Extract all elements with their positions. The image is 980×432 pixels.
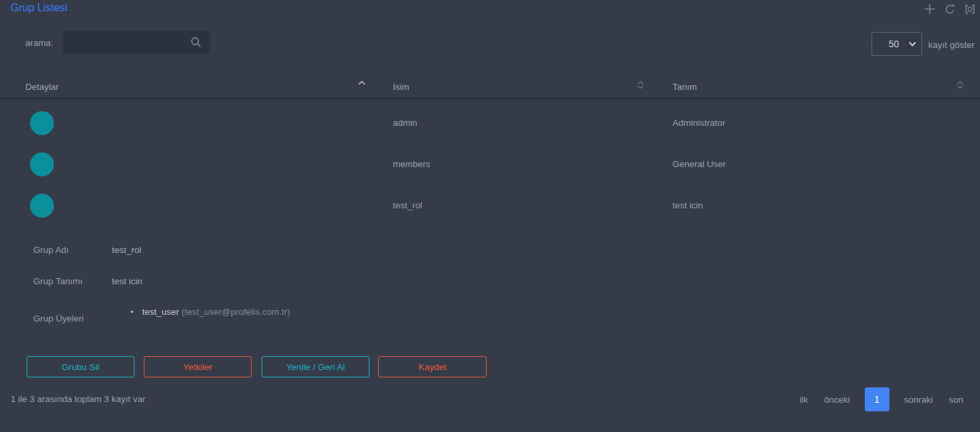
pagination: ilk önceki 1 sonraki son <box>792 387 971 411</box>
column-header-tanim[interactable]: Tanım <box>672 82 697 92</box>
table-row <box>30 194 54 218</box>
row-detail-toggle-icon[interactable] <box>30 111 54 135</box>
delete-group-button[interactable]: Grubu Sil <box>27 356 134 377</box>
refresh-undo-button[interactable]: Yenile / Geri Al <box>262 356 369 377</box>
column-header-detaylar[interactable]: Detaylar <box>25 82 59 92</box>
search-label: arama: <box>25 38 53 48</box>
permissions-button[interactable]: Yetkiler <box>144 356 252 377</box>
page-title: Grup Listesi <box>11 2 67 14</box>
group-name-label: Grup Adı <box>33 245 69 255</box>
refresh-icon[interactable] <box>943 3 956 15</box>
member-name: test_user <box>142 307 180 317</box>
pagination-prev[interactable]: önceki <box>816 395 858 405</box>
pagination-current-page[interactable]: 1 <box>865 387 889 411</box>
sort-asc-icon[interactable] <box>358 81 366 85</box>
cell-description: test icin <box>672 200 703 210</box>
group-member-item: • test_user (test_user@profelis.com.tr) <box>130 307 290 317</box>
group-description-value: test icin <box>112 276 142 286</box>
bullet-icon: • <box>130 307 134 317</box>
column-header-isim[interactable]: Isim <box>393 82 409 92</box>
cell-name: members <box>393 159 430 169</box>
group-members-label: Grup Üyeleri <box>33 314 84 324</box>
save-button[interactable]: Kaydet <box>378 356 487 377</box>
group-list-page: Grup Listesi arama: 50 kayıt göster Deta… <box>0 0 980 432</box>
page-size-label: kayıt göster <box>928 40 975 50</box>
page-size-value: 50 <box>872 39 909 49</box>
row-detail-toggle-icon[interactable] <box>30 194 54 218</box>
page-size-select[interactable]: 50 <box>871 32 922 56</box>
cell-description: Administrator <box>672 118 726 128</box>
table-row <box>30 111 54 135</box>
sort-both-icon[interactable] <box>957 81 963 89</box>
group-description-label: Grup Tanımı <box>33 276 83 286</box>
table-header-row: Detaylar Isim Tanım <box>0 73 980 99</box>
pagination-last[interactable]: son <box>941 395 971 405</box>
cell-name: admin <box>393 118 417 128</box>
cell-name: test_rol <box>393 200 422 210</box>
header-icon-toolbar <box>923 3 976 15</box>
record-count-info: 1 ile 3 arasında toplam 3 kayıt var <box>11 394 146 404</box>
row-detail-toggle-icon[interactable] <box>30 152 54 176</box>
pagination-next[interactable]: sonraki <box>896 395 941 405</box>
cell-description: General User <box>672 159 726 169</box>
search-box <box>63 31 210 54</box>
pagination-first[interactable]: ilk <box>792 395 816 405</box>
group-name-value: test_rol <box>112 245 141 255</box>
sort-both-icon[interactable] <box>637 81 644 89</box>
search-input[interactable] <box>63 31 188 54</box>
search-icon <box>190 37 202 51</box>
fullscreen-icon[interactable] <box>963 3 976 15</box>
chevron-down-icon <box>909 41 916 47</box>
plus-icon[interactable] <box>923 3 936 15</box>
table-row <box>30 152 54 176</box>
member-email: (test_user@profelis.com.tr) <box>182 307 290 317</box>
